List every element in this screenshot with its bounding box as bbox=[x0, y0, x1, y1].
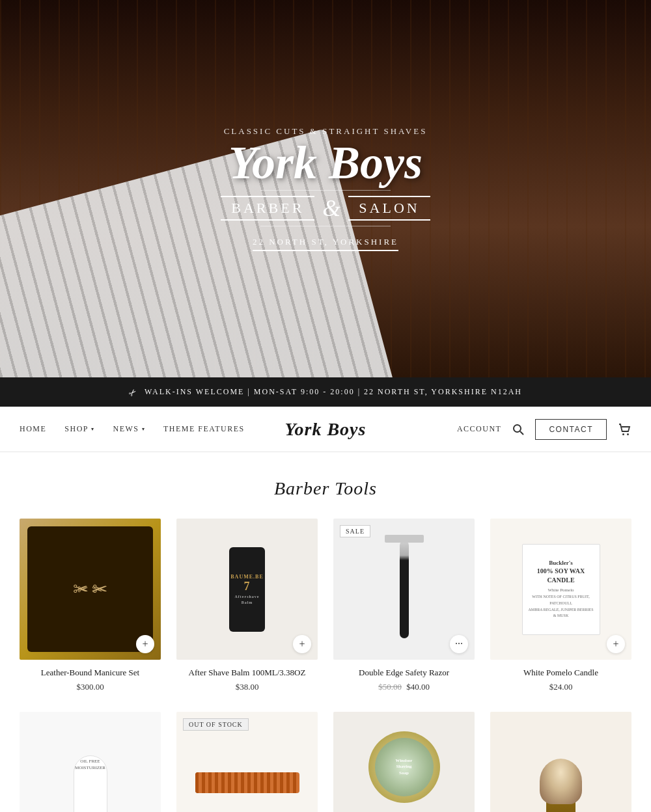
navbar: HOME SHOP ▾ NEWS ▾ THEME FEATURES York B… bbox=[0, 407, 651, 452]
search-icon[interactable] bbox=[512, 423, 525, 436]
product-card-brush[interactable]: ROONEY Rooney Shaving Brush $85.00 bbox=[490, 712, 631, 812]
nav-logo: York Boys bbox=[285, 419, 367, 440]
product-image-soap: WindsorShavingSoap bbox=[333, 712, 475, 812]
product-image-manicure: ✂ ✂ + bbox=[20, 519, 161, 660]
product-grid-row2: OIL FREEMOISTURIZER Baxter Oil Free Mois… bbox=[20, 712, 631, 812]
hero-title: York Boys bbox=[221, 139, 430, 186]
hero-subtitle: BARBER & SALON bbox=[221, 195, 430, 222]
hero-address: 22 NORTH ST, YORKSHIRE bbox=[253, 237, 398, 251]
nav-left: HOME SHOP ▾ NEWS ▾ THEME FEATURES bbox=[20, 424, 245, 434]
product-card-soap[interactable]: WindsorShavingSoap Windsor Shaving Soap … bbox=[333, 712, 475, 812]
cart-icon[interactable] bbox=[617, 422, 631, 437]
product-image-razor: SALE ··· bbox=[333, 519, 475, 660]
main-content: Barber Tools ✂ ✂ + Leather-Bound Manicur… bbox=[0, 452, 651, 812]
product-name-razor: Double Edge Safety Razor bbox=[333, 668, 475, 678]
product-grid-row1: ✂ ✂ + Leather-Bound Manicure Set $300.00… bbox=[20, 519, 631, 692]
add-to-cart-aftershave[interactable]: + bbox=[293, 635, 311, 653]
product-name-candle: White Pomelo Candle bbox=[490, 668, 631, 678]
product-image-aftershave: BAUME.BE7Aftershave Balm + bbox=[176, 519, 318, 660]
chevron-down-icon-2: ▾ bbox=[142, 426, 146, 432]
product-image-moisturizer: OIL FREEMOISTURIZER Baxter bbox=[20, 712, 161, 812]
product-image-candle: Buckler's100% SOY WAXCANDLEWhite PomeloW… bbox=[490, 519, 631, 660]
hero-divider-bottom bbox=[260, 226, 391, 226]
hero-ampersand: & bbox=[322, 195, 340, 222]
svg-point-2 bbox=[622, 433, 624, 435]
product-card-moisturizer[interactable]: OIL FREEMOISTURIZER Baxter Oil Free Mois… bbox=[20, 712, 161, 812]
banner-text: WALK-INS WELCOME | MON-SAT 9:00 - 20:00 … bbox=[145, 387, 522, 397]
nav-item-news[interactable]: NEWS ▾ bbox=[113, 424, 146, 434]
product-name-manicure: Leather-Bound Manicure Set bbox=[20, 668, 161, 678]
nav-item-shop[interactable]: SHOP ▾ bbox=[64, 424, 94, 434]
product-card-candle[interactable]: Buckler's100% SOY WAXCANDLEWhite PomeloW… bbox=[490, 519, 631, 692]
product-card-manicure[interactable]: ✂ ✂ + Leather-Bound Manicure Set $300.00 bbox=[20, 519, 161, 692]
nav-shop-label: SHOP bbox=[64, 424, 89, 434]
hero-salon-label: SALON bbox=[348, 196, 430, 221]
nav-item-home[interactable]: HOME bbox=[20, 424, 46, 434]
svg-point-3 bbox=[627, 433, 629, 435]
product-price-aftershave: $38.00 bbox=[176, 682, 318, 692]
product-price-razor: $50.00 $40.00 bbox=[333, 682, 475, 692]
hero-barber-label: BARBER bbox=[221, 196, 314, 221]
product-card-comb[interactable]: OUT OF STOCK Tortoiseshell Comb $18.00 bbox=[176, 712, 318, 812]
product-image-comb: OUT OF STOCK bbox=[176, 712, 318, 812]
nav-news-label: NEWS bbox=[113, 424, 139, 434]
more-options-razor[interactable]: ··· bbox=[450, 635, 468, 653]
product-card-razor[interactable]: SALE ··· Double Edge Safety Razor $50.00… bbox=[333, 519, 475, 692]
product-image-brush: ROONEY bbox=[490, 712, 631, 812]
product-name-aftershave: After Shave Balm 100ML/3.38OZ bbox=[176, 668, 318, 678]
svg-point-0 bbox=[514, 425, 521, 432]
product-price-candle: $24.00 bbox=[490, 682, 631, 692]
out-of-stock-badge: OUT OF STOCK bbox=[183, 718, 249, 731]
add-to-cart-candle[interactable]: + bbox=[607, 635, 625, 653]
hero-tagline: CLASSIC CUTS & STRAIGHT SHAVES bbox=[221, 126, 430, 137]
hero-divider-top bbox=[260, 190, 391, 191]
nav-account-button[interactable]: ACCOUNT bbox=[457, 424, 502, 434]
section-title: Barber Tools bbox=[20, 478, 631, 499]
product-card-aftershave[interactable]: BAUME.BE7Aftershave Balm + After Shave B… bbox=[176, 519, 318, 692]
svg-line-1 bbox=[520, 431, 523, 435]
add-to-cart-manicure[interactable]: + bbox=[136, 635, 154, 653]
contact-button[interactable]: CONTACT bbox=[535, 419, 607, 440]
sale-badge: SALE bbox=[340, 525, 370, 537]
chevron-down-icon: ▾ bbox=[91, 426, 95, 432]
announcement-banner: ✂ WALK-INS WELCOME | MON-SAT 9:00 - 20:0… bbox=[0, 377, 651, 407]
scissors-icon: ✂ bbox=[126, 385, 141, 399]
hero-logo: CLASSIC CUTS & STRAIGHT SHAVES York Boys… bbox=[221, 126, 430, 251]
product-price-manicure: $300.00 bbox=[20, 682, 161, 692]
nav-item-theme-features[interactable]: THEME FEATURES bbox=[163, 424, 245, 434]
nav-right: ACCOUNT CONTACT bbox=[457, 419, 631, 440]
hero-section: CLASSIC CUTS & STRAIGHT SHAVES York Boys… bbox=[0, 0, 651, 377]
